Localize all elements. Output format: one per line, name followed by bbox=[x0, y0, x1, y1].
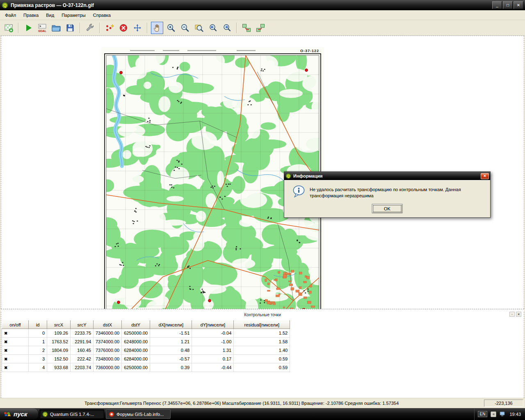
cell-dsty[interactable]: 6284000.00 bbox=[122, 355, 150, 363]
table-row[interactable]: ✖ 0 109.26 2233.75 7346000.00 6250000.00… bbox=[2, 329, 290, 338]
dialog-close-button[interactable]: ✕ bbox=[481, 173, 489, 179]
dock-splitter[interactable] bbox=[1, 309, 524, 312]
cell-dsty[interactable]: 6284000.00 bbox=[122, 346, 150, 355]
point-enabled-cell[interactable]: ✖ bbox=[2, 346, 29, 355]
cell-residual[interactable]: 1.58 bbox=[234, 338, 290, 346]
cell-dy[interactable]: 0.17 bbox=[192, 355, 234, 363]
cell-srcy[interactable]: 2233.75 bbox=[71, 329, 94, 338]
cell-dstx[interactable]: 7374000.00 bbox=[94, 338, 122, 346]
table-row[interactable]: ✖ 1 1763.52 2291.94 7374000.00 6248000.0… bbox=[2, 338, 290, 346]
table-row[interactable]: ✖ 2 1804.09 160.45 7376000.00 6284000.00… bbox=[2, 346, 290, 355]
maximize-button[interactable]: □ bbox=[503, 1, 513, 9]
cell-residual[interactable]: 0.59 bbox=[234, 363, 290, 372]
cell-dx[interactable]: 1.21 bbox=[150, 338, 192, 346]
cell-dstx[interactable]: 7376000.00 bbox=[94, 346, 122, 355]
point-enabled-cell[interactable]: ✖ bbox=[2, 363, 29, 372]
panel-close-button[interactable]: ✕ bbox=[516, 312, 521, 317]
cell-dy[interactable]: -0.04 bbox=[192, 329, 234, 338]
table-row[interactable]: ✖ 3 152.50 222.42 7348000.00 6284000.00 … bbox=[2, 355, 290, 363]
link-georeferencer-to-qgis-button[interactable] bbox=[240, 22, 253, 34]
ok-button[interactable]: OK bbox=[372, 204, 403, 213]
column-header-srcy[interactable]: srcY bbox=[71, 321, 94, 329]
column-header-id[interactable]: id bbox=[29, 321, 47, 329]
cell-dsty[interactable]: 6250000.00 bbox=[122, 329, 150, 338]
menu-view[interactable]: Вид bbox=[43, 11, 57, 19]
open-raster-button[interactable] bbox=[2, 22, 15, 34]
cell-id[interactable]: 4 bbox=[29, 363, 47, 372]
cell-id[interactable]: 1 bbox=[29, 338, 47, 346]
cell-dsty[interactable]: 6248000.00 bbox=[122, 338, 150, 346]
column-header-residual[interactable]: residual[пиксели] bbox=[234, 321, 290, 329]
cell-residual[interactable]: 1.40 bbox=[234, 346, 290, 355]
link-qgis-to-georeferencer-icon bbox=[256, 23, 265, 33]
minimize-button[interactable]: _ bbox=[492, 1, 502, 9]
cell-id[interactable]: 0 bbox=[29, 329, 47, 338]
cell-dx[interactable]: 0.48 bbox=[150, 346, 192, 355]
map-canvas[interactable]: O-37-122 Информация ✕ bbox=[1, 36, 524, 309]
cell-dstx[interactable]: 7360000.00 bbox=[94, 363, 122, 372]
move-point-button[interactable] bbox=[131, 22, 144, 34]
pan-button[interactable] bbox=[151, 22, 163, 34]
cell-dsty[interactable]: 6250000.00 bbox=[122, 363, 150, 372]
zoom-to-layer-button[interactable] bbox=[193, 22, 205, 34]
cell-id[interactable]: 3 bbox=[29, 355, 47, 363]
generate-gdal-script-button[interactable]: GDAL bbox=[36, 22, 48, 34]
info-dialog-titlebar[interactable]: Информация ✕ bbox=[284, 172, 490, 180]
point-enabled-cell[interactable]: ✖ bbox=[2, 338, 29, 346]
panel-float-button[interactable]: ▫ bbox=[509, 312, 515, 317]
zoom-out-button[interactable] bbox=[179, 22, 191, 34]
column-header-srcx[interactable]: srcX bbox=[47, 321, 71, 329]
cell-srcy[interactable]: 160.45 bbox=[71, 346, 94, 355]
cell-residual[interactable]: 0.59 bbox=[234, 355, 290, 363]
cell-dx[interactable]: 0.39 bbox=[150, 363, 192, 372]
cell-srcx[interactable]: 1763.52 bbox=[47, 338, 71, 346]
table-row[interactable]: ✖ 4 933.68 2203.74 7360000.00 6250000.00… bbox=[2, 363, 290, 372]
zoom-in-button[interactable] bbox=[165, 22, 177, 34]
link-qgis-to-georeferencer-button[interactable] bbox=[254, 22, 267, 34]
window-titlebar[interactable]: Привязка растров — O-37-122n.gif _ □ ✕ bbox=[0, 0, 525, 10]
point-enabled-cell[interactable]: ✖ bbox=[2, 329, 29, 338]
start-button[interactable]: пуск bbox=[0, 409, 39, 420]
cell-residual[interactable]: 1.52 bbox=[234, 329, 290, 338]
load-gcp-points-button[interactable] bbox=[50, 22, 62, 34]
cell-srcy[interactable]: 2291.94 bbox=[71, 338, 94, 346]
column-header-onoff[interactable]: on/off bbox=[2, 321, 29, 329]
cell-dstx[interactable]: 7346000.00 bbox=[94, 329, 122, 338]
column-header-dy[interactable]: dY[пиксели] bbox=[192, 321, 234, 329]
language-indicator[interactable]: EN bbox=[478, 411, 488, 417]
taskbar-item-browser[interactable]: Форумы GIS-Lab.info... bbox=[106, 409, 171, 419]
cell-dstx[interactable]: 7348000.00 bbox=[94, 355, 122, 363]
taskbar-item-qgis[interactable]: Quantum GIS 1.7.4-... bbox=[39, 409, 104, 419]
cell-srcx[interactable]: 933.68 bbox=[47, 363, 71, 372]
zoom-last-button[interactable] bbox=[207, 22, 219, 34]
menu-settings[interactable]: Параметры bbox=[58, 11, 89, 19]
transformation-settings-button[interactable] bbox=[84, 22, 96, 34]
menu-file[interactable]: Файл bbox=[2, 11, 19, 19]
cell-dx[interactable]: -1.51 bbox=[150, 329, 192, 338]
add-point-button[interactable] bbox=[103, 22, 116, 34]
menu-help[interactable]: Справка bbox=[90, 11, 114, 19]
delete-point-button[interactable] bbox=[117, 22, 130, 34]
column-header-dsty[interactable]: dstY bbox=[122, 321, 150, 329]
zoom-next-button[interactable] bbox=[221, 22, 233, 34]
cell-dy[interactable]: -0.44 bbox=[192, 363, 234, 372]
network-icon[interactable] bbox=[500, 411, 506, 417]
save-gcp-points-button[interactable] bbox=[64, 22, 76, 34]
cell-dx[interactable]: -0.57 bbox=[150, 355, 192, 363]
cell-srcx[interactable]: 1804.09 bbox=[47, 346, 71, 355]
cell-srcx[interactable]: 152.50 bbox=[47, 355, 71, 363]
close-button[interactable]: ✕ bbox=[514, 1, 523, 9]
menu-edit[interactable]: Правка bbox=[20, 11, 42, 19]
point-enabled-cell[interactable]: ✖ bbox=[2, 355, 29, 363]
control-points-panel-titlebar[interactable]: Контрольные точки ▫ ✕ bbox=[1, 312, 524, 317]
cell-dy[interactable]: -1.00 bbox=[192, 338, 234, 346]
column-header-dx[interactable]: dX[пиксели] bbox=[150, 321, 192, 329]
cell-srcx[interactable]: 109.26 bbox=[47, 329, 71, 338]
cell-srcy[interactable]: 2203.74 bbox=[71, 363, 94, 372]
start-georeferencing-button[interactable] bbox=[22, 22, 34, 34]
cell-dy[interactable]: 1.31 bbox=[192, 346, 234, 355]
cell-id[interactable]: 2 bbox=[29, 346, 47, 355]
hide-icons-chevron[interactable]: « bbox=[491, 411, 496, 417]
column-header-dstx[interactable]: dstX bbox=[94, 321, 122, 329]
cell-srcy[interactable]: 222.42 bbox=[71, 355, 94, 363]
